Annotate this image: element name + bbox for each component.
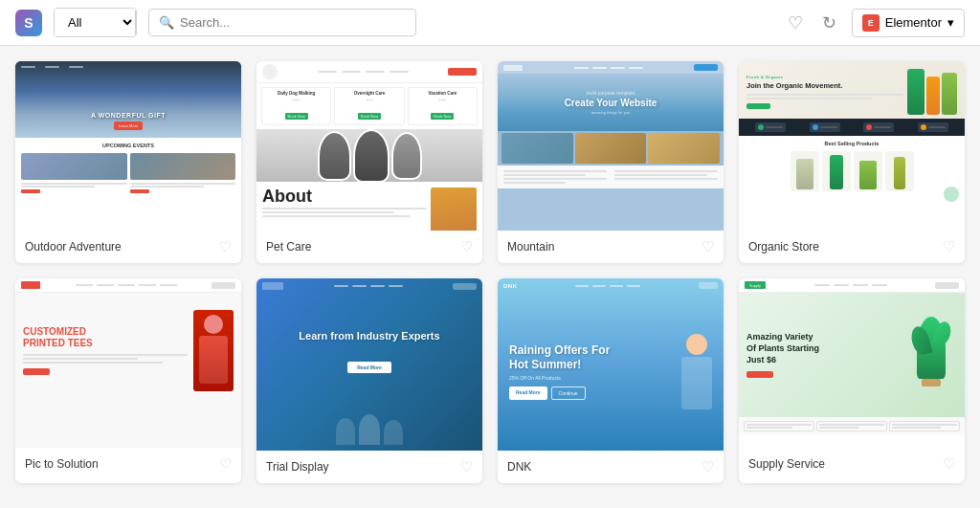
card-thumbnail-organic: Fresh & Organic Join the Organic Movemen…: [739, 61, 965, 231]
favorite-icon-outdoor[interactable]: ♡: [219, 238, 232, 255]
card-outdoor-adventure[interactable]: A WONDERFUL GIFT Learn More UPCOMING EVE…: [15, 61, 241, 263]
card-footer-organic: Organic Store ♡: [739, 231, 965, 263]
card-thumbnail-outdoor: A WONDERFUL GIFT Learn More UPCOMING EVE…: [15, 61, 241, 231]
card-name-organic: Organic Store: [748, 240, 819, 254]
favorite-icon-tees[interactable]: ♡: [219, 455, 232, 473]
card-pet-care[interactable]: Daily Dog Walking • • • Book Now Overnig…: [256, 61, 482, 263]
elementor-chevron-icon: ▾: [947, 15, 954, 30]
card-thumbnail-petcare: Daily Dog Walking • • • Book Now Overnig…: [256, 61, 482, 231]
card-learn-experts[interactable]: Learn from Industry Experts Read More Tr…: [256, 278, 482, 483]
card-name-petcare: Pet Care: [266, 240, 311, 254]
favorite-icon-organic[interactable]: ♡: [943, 238, 955, 255]
sync-icon[interactable]: ↻: [818, 9, 840, 37]
card-name-tees: Pic to Solution: [25, 457, 99, 471]
card-footer-tees: Pic to Solution ♡: [15, 448, 241, 480]
favorite-icon-summer[interactable]: ♡: [702, 458, 714, 475]
favorite-icon-petcare[interactable]: ♡: [460, 238, 473, 255]
card-footer-outdoor: Outdoor Adventure ♡: [15, 231, 241, 263]
card-mountain[interactable]: multi-purpose template Create Your Websi…: [498, 61, 724, 263]
template-grid: A WONDERFUL GIFT Learn More UPCOMING EVE…: [0, 46, 980, 498]
card-plants[interactable]: Supply Amazing VarietyOf Plants Starting…: [739, 278, 965, 483]
favorite-icon-plants[interactable]: ♡: [943, 455, 955, 473]
filter-group: All Free Pro Agency: [54, 8, 137, 37]
card-hot-summer[interactable]: DNK Raining Offers ForHot Summer! 25% Of…: [498, 278, 724, 483]
logo[interactable]: S: [15, 10, 42, 36]
card-thumbnail-plants: Supply Amazing VarietyOf Plants Starting…: [739, 278, 965, 448]
card-thumbnail-summer: DNK Raining Offers ForHot Summer! 25% Of…: [498, 278, 724, 451]
search-icon: 🔍: [159, 15, 174, 30]
card-footer-summer: DNK ♡: [498, 451, 724, 483]
favorites-icon[interactable]: ♡: [784, 9, 807, 37]
card-name-outdoor: Outdoor Adventure: [25, 240, 122, 254]
search-box: 🔍: [148, 9, 416, 36]
card-footer-learn: Trial Display ♡: [256, 451, 482, 483]
header: S All Free Pro Agency 🔍 ♡ ↻ E Elementor …: [0, 0, 980, 46]
card-footer-mountain: Mountain ♡: [498, 231, 724, 263]
card-name-learn: Trial Display: [266, 460, 329, 474]
card-thumbnail-mountain: multi-purpose template Create Your Websi…: [498, 61, 724, 231]
card-footer-plants: Supply Service ♡: [739, 448, 965, 480]
elementor-button[interactable]: E Elementor ▾: [852, 9, 965, 37]
card-organic-store[interactable]: Fresh & Organic Join the Organic Movemen…: [739, 61, 965, 263]
card-name-mountain: Mountain: [507, 240, 554, 254]
elementor-logo: E: [862, 14, 880, 32]
favorite-icon-mountain[interactable]: ♡: [702, 238, 714, 255]
elementor-label: Elementor: [885, 15, 942, 30]
card-name-plants: Supply Service: [748, 457, 825, 471]
card-printed-tees[interactable]: AGENCY CUSTOMIZEDPRINTED TEES: [15, 278, 241, 483]
card-thumbnail-tees: CUSTOMIZEDPRINTED TEES: [15, 278, 241, 448]
search-input[interactable]: [180, 10, 406, 35]
favorite-icon-learn[interactable]: ♡: [460, 458, 473, 475]
card-thumbnail-learn: Learn from Industry Experts Read More: [256, 278, 482, 451]
filter-select[interactable]: All Free Pro Agency: [55, 9, 136, 36]
card-footer-petcare: Pet Care ♡: [256, 231, 482, 263]
card-name-summer: DNK: [507, 460, 531, 474]
